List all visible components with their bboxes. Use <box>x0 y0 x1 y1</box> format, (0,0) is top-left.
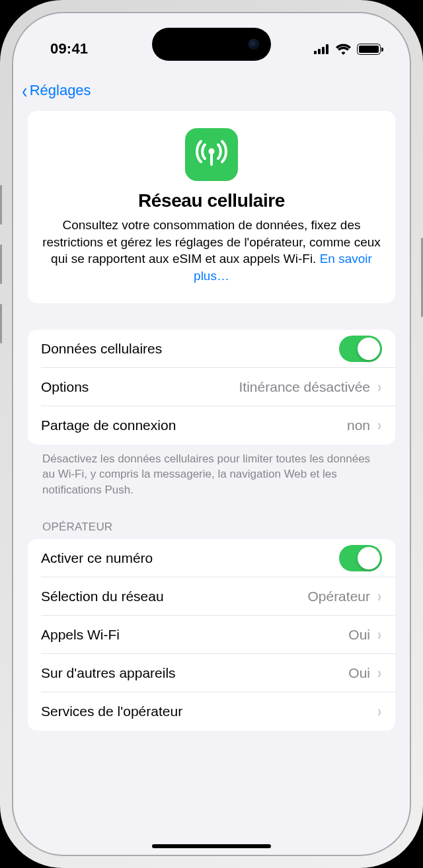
wifi-calls-label: Appels Wi-Fi <box>41 627 348 643</box>
carrier-services-label: Services de l'opérateur <box>41 704 370 719</box>
cellular-data-row[interactable]: Données cellulaires <box>28 330 395 368</box>
other-devices-value: Oui <box>348 665 370 681</box>
hotspot-row[interactable]: Partage de connexion non › <box>28 406 395 445</box>
cellular-data-toggle[interactable] <box>339 336 382 362</box>
activate-number-row[interactable]: Activer ce numéro <box>28 539 395 577</box>
options-row[interactable]: Options Itinérance désactivée › <box>28 368 395 406</box>
hero-card: Réseau cellulaire Consultez votre consom… <box>28 111 395 303</box>
home-indicator[interactable] <box>152 844 271 848</box>
wifi-icon <box>336 44 351 55</box>
screen: 09:41 ‹ Réglages <box>12 12 411 856</box>
back-button[interactable]: ‹ Réglages <box>21 80 91 101</box>
status-indicators <box>314 44 381 55</box>
cellular-footer-text: Désactivez les données cellulaires pour … <box>28 445 395 498</box>
status-time: 09:41 <box>50 40 88 57</box>
other-devices-label: Sur d'autres appareils <box>41 665 348 681</box>
nav-bar: ‹ Réglages <box>12 70 411 111</box>
activate-toggle[interactable] <box>339 545 382 571</box>
svg-rect-2 <box>322 47 325 54</box>
options-value: Itinérance désactivée <box>239 379 370 395</box>
cellular-antenna-icon <box>185 128 238 181</box>
hero-description: Consultez votre consommation de données,… <box>41 217 382 285</box>
chevron-right-icon: › <box>377 378 381 396</box>
back-label: Réglages <box>30 82 91 99</box>
front-camera <box>249 39 259 50</box>
operator-section-header: OPÉRATEUR <box>28 521 395 539</box>
operator-section: Activer ce numéro Sélection du réseau Op… <box>28 539 395 731</box>
chevron-right-icon: › <box>377 416 381 435</box>
cellular-data-label: Données cellulaires <box>41 341 339 357</box>
network-selection-row[interactable]: Sélection du réseau Opérateur › <box>28 577 395 616</box>
svg-rect-3 <box>326 44 328 54</box>
network-value: Opérateur <box>307 589 370 604</box>
dynamic-island <box>152 28 271 61</box>
cellular-signal-icon <box>314 44 330 54</box>
network-label: Sélection du réseau <box>41 589 307 604</box>
other-devices-row[interactable]: Sur d'autres appareils Oui › <box>28 654 395 692</box>
battery-icon <box>357 44 381 55</box>
chevron-right-icon: › <box>377 664 381 682</box>
content: Réseau cellulaire Consultez votre consom… <box>12 111 411 731</box>
activate-label: Activer ce numéro <box>41 550 339 566</box>
chevron-right-icon: › <box>377 587 381 606</box>
cellular-section: Données cellulaires Options Itinérance d… <box>28 330 395 445</box>
wifi-calls-value: Oui <box>348 627 370 643</box>
carrier-services-row[interactable]: Services de l'opérateur › <box>28 692 395 731</box>
options-label: Options <box>41 379 239 395</box>
svg-rect-0 <box>314 51 317 54</box>
chevron-right-icon: › <box>377 702 381 721</box>
phone-frame: 09:41 ‹ Réglages <box>0 0 423 868</box>
svg-rect-5 <box>210 153 213 166</box>
chevron-right-icon: › <box>377 626 381 644</box>
hotspot-label: Partage de connexion <box>41 417 347 433</box>
page-title: Réseau cellulaire <box>41 190 382 211</box>
wifi-calls-row[interactable]: Appels Wi-Fi Oui › <box>28 616 395 654</box>
svg-rect-1 <box>318 49 321 54</box>
hotspot-value: non <box>347 417 370 433</box>
chevron-left-icon: ‹ <box>22 80 27 101</box>
